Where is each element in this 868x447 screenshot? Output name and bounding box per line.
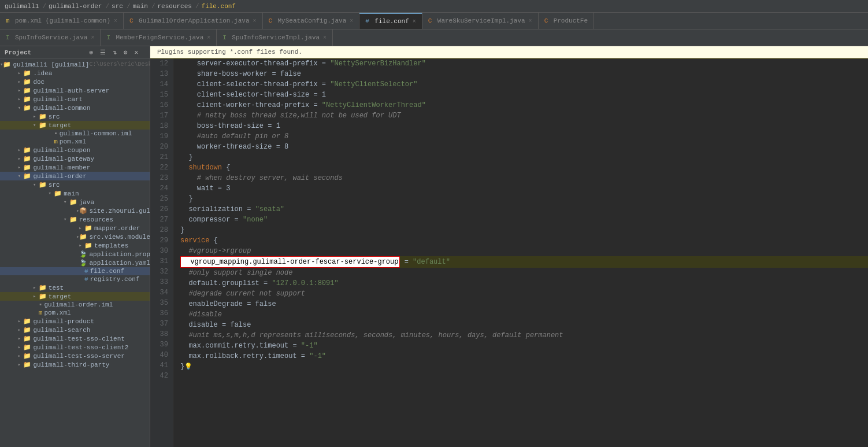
line-num-25: 25 <box>155 194 168 204</box>
indent-templates <box>0 242 76 249</box>
tree-item-src-common[interactable]: ▸ 📁 src <box>0 112 150 121</box>
tree-item-site-package[interactable]: ▸ 📦 site.zhourui.gulimall.order <box>0 206 150 215</box>
tab-spuinfo-impl[interactable]: I SpuInfoServiceImpl.java × <box>217 29 333 46</box>
breadcrumb-resources[interactable]: resources <box>158 3 192 10</box>
tab-myseata-config[interactable]: C MySeataConfig.java × <box>263 13 360 29</box>
tree-item-java-order[interactable]: ▾ 📁 java <box>0 198 150 206</box>
tree-item-gulimall-search[interactable]: ▸ 📁 gulimall-search <box>0 326 150 334</box>
breadcrumb-src[interactable]: src <box>112 3 123 10</box>
sidebar-icon-close[interactable]: ✕ <box>134 49 138 56</box>
indent-pom-order <box>0 309 31 316</box>
tree-item-gulimall-gateway[interactable]: ▸ 📁 gulimall-gateway <box>0 154 150 163</box>
line-num-28: 28 <box>155 225 168 235</box>
tree-item-target-order[interactable]: ▸ 📁 target <box>0 292 150 301</box>
code-line-13: share-boss-worker = false <box>180 69 868 79</box>
tab-label-product-fe: ProductFe <box>554 17 588 24</box>
tab-close-myseata-config[interactable]: × <box>350 18 353 24</box>
tree-item-gulimall-common-iml[interactable]: ▪ gulimall-common.iml <box>0 130 150 138</box>
tab-gulimall-order-app[interactable]: C GulimallOrderApplication.java × <box>124 13 262 29</box>
tree-label-gulimall-search: gulimall-search <box>33 327 90 334</box>
tree-item-test-order[interactable]: ▸ 📁 test <box>0 283 150 292</box>
tab-label-file-conf: file.conf <box>374 18 409 25</box>
tree-item-gulimall1[interactable]: ▾ 📁 gulimall1 [gulimall] C:\Users\eric\D… <box>0 60 150 69</box>
token-prop: compressor = <box>180 215 243 225</box>
tab-close-gulimall-order-app[interactable]: × <box>253 18 256 24</box>
tree-item-application-yaml[interactable]: 🍃 application.yaml <box>0 258 150 267</box>
tree-label-java-order: java <box>79 199 94 206</box>
arrow-gulimall-coupon: ▸ <box>15 147 23 153</box>
tree-label-application-prop: application.properties <box>89 251 150 258</box>
tree-item-registry-conf[interactable]: # registry.conf <box>0 275 150 283</box>
breadcrumb-gulimall1[interactable]: gulimall1 <box>5 3 39 10</box>
tab-close-pom-xml[interactable]: × <box>114 18 117 24</box>
arrow-file-conf-tree <box>76 268 84 274</box>
tree-item-src-order[interactable]: ▾ 📁 src <box>0 180 150 189</box>
tree-item-idea[interactable]: ▸ 📁 .idea <box>0 69 150 77</box>
tree-label-doc: doc <box>33 79 44 86</box>
tree-item-gulimall-third-party[interactable]: ▸ 📁 gulimall-third-party <box>0 360 150 369</box>
sidebar-icon-sort[interactable]: ⇅ <box>113 49 117 56</box>
tree-item-main-order[interactable]: ▾ 📁 main <box>0 189 150 198</box>
line-numbers: 1213141516171819202122232425262728293031… <box>150 58 173 447</box>
tab-member-feign[interactable]: I MemberFeignService.java × <box>101 29 217 46</box>
arrow-src-common: ▸ <box>31 113 39 120</box>
tree-item-gulimall-test-sso-client2[interactable]: ▸ 📁 gulimall-test-sso-client2 <box>0 343 150 352</box>
tree-label-gulimall-member: gulimall-member <box>33 164 90 171</box>
tab-close-member-feign[interactable]: × <box>207 35 210 41</box>
tab-close-spuinfo-impl[interactable]: × <box>323 35 327 41</box>
tab-bar-row1: m pom.xml (gulimall-common) ×C GulimallO… <box>0 13 868 29</box>
tab-file-conf[interactable]: # file.conf × <box>359 13 422 29</box>
tab-close-spuinfo-service[interactable]: × <box>91 35 94 41</box>
code-line-15: client-selector-thread-size = 1 <box>180 90 868 100</box>
tree-item-pom-common[interactable]: m pom.xml <box>0 138 150 146</box>
tree-item-resources-order[interactable]: ▾ 📁 resources <box>0 215 150 224</box>
tree-item-pom-order[interactable]: m pom.xml <box>0 309 150 317</box>
tree-item-gulimall-cart[interactable]: ▸ 📁 gulimall-cart <box>0 95 150 104</box>
tree-label-gulimall-third-party: gulimall-third-party <box>33 361 109 368</box>
tab-pom-xml[interactable]: m pom.xml (gulimall-common) × <box>0 13 124 29</box>
tree-item-doc[interactable]: ▸ 📁 doc <box>0 77 150 86</box>
tab-waresku-service[interactable]: C WareSkuServiceImpl.java × <box>422 13 539 29</box>
tree-item-gulimall-product[interactable]: ▸ 📁 gulimall-product <box>0 317 150 326</box>
tree-item-target-common[interactable]: ▾ 📁 target <box>0 121 150 130</box>
sidebar-icon-list[interactable]: ☰ <box>100 49 106 56</box>
code-line-18: boss-thread-size = 1 <box>180 121 868 131</box>
tree-item-gulimall-order[interactable]: ▾ 📁 gulimall-order <box>0 172 150 180</box>
breadcrumb-main[interactable]: main <box>132 3 147 10</box>
tree-item-file-conf-tree[interactable]: # file.conf <box>0 267 150 275</box>
tree-item-gulimall-auth-server[interactable]: ▸ 📁 gulimall-auth-server <box>0 86 150 95</box>
tree-item-gulimall-test-sso-server[interactable]: ▸ 📁 gulimall-test-sso-server <box>0 352 150 360</box>
sidebar-icon-settings[interactable]: ⚙ <box>124 49 128 56</box>
tree-item-gulimall-test-sso-client[interactable]: ▸ 📁 gulimall-test-sso-client <box>0 334 150 343</box>
tree-label-templates: templates <box>94 242 128 249</box>
token-keyword: shutdown <box>180 162 226 173</box>
tab-close-file-conf[interactable]: × <box>413 19 416 25</box>
tab-close-waresku-service[interactable]: × <box>529 18 532 24</box>
token-string: "NettyServerBizHandler" <box>330 58 426 69</box>
tree-item-templates[interactable]: ▸ 📁 templates <box>0 241 150 250</box>
tree-label-gulimall-gateway: gulimall-gateway <box>33 156 94 162</box>
token-comment: #degrade current not support <box>180 289 305 299</box>
token-prop: client-worker-thread-prefix = <box>180 100 322 110</box>
tree-item-gulimall-common[interactable]: ▾ 📁 gulimall-common <box>0 104 150 112</box>
tree-label-gulimall-test-sso-client2: gulimall-test-sso-client2 <box>33 344 128 351</box>
tab-product-fe[interactable]: C ProductFe <box>539 13 594 29</box>
tree-item-gulimall-coupon[interactable]: ▸ 📁 gulimall-coupon <box>0 146 150 154</box>
breadcrumb-file[interactable]: file.conf <box>202 3 236 10</box>
tree-item-application-prop[interactable]: 🍃 application.properties <box>0 250 150 258</box>
tree-label-site-package: site.zhourui.gulimall.order <box>89 208 150 215</box>
line-num-21: 21 <box>155 152 168 162</box>
tree-item-gulimall-member[interactable]: ▸ 📁 gulimall-member <box>0 163 150 172</box>
bulb-icon[interactable]: 💡 <box>184 361 192 372</box>
tree-item-srcviews[interactable]: ▸ 📁 src.views.modules.order <box>0 232 150 241</box>
file-icon-pom-common: m <box>54 138 58 145</box>
editor-content: 1213141516171819202122232425262728293031… <box>150 58 868 447</box>
tree-item-gulimall-order-iml[interactable]: ▪ gulimall-order.iml <box>0 301 150 309</box>
tree-item-mapper-order[interactable]: ▸ 📁 mapper.order <box>0 224 150 232</box>
sidebar-icon-globe[interactable]: ⊕ <box>90 49 94 56</box>
tab-spuinfo-service[interactable]: I SpuInfoService.java × <box>0 29 101 46</box>
tree-label-src-order: src <box>49 182 60 189</box>
breadcrumb-gulimall-order[interactable]: gulimall-order <box>49 3 102 10</box>
code-area[interactable]: server-executor-thread-prefix = "NettySe… <box>173 58 868 447</box>
file-icon-target-order: 📁 <box>39 293 47 300</box>
